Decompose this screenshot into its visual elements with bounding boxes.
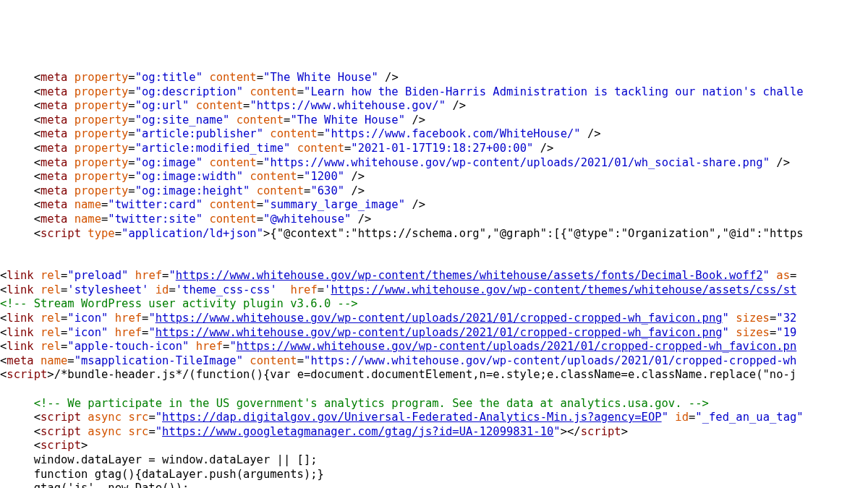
blank-line [0,255,7,268]
blank-line [0,382,7,395]
code-line: <link rel="icon" href="https://www.white… [0,312,796,325]
code-line: <meta property="og:description" content=… [0,85,804,98]
code-line: <meta property="og:image:width" content=… [0,170,365,183]
code-line: <meta name="msapplication-TileImage" con… [0,354,796,367]
code-line: <meta property="og:image:height" content… [0,184,365,197]
url-link[interactable]: https://dap.digitalgov.gov/Universal-Fed… [162,411,662,424]
code-line: <script>/*bundle-header.js*/(function(){… [0,368,796,381]
code-line: <meta name="twitter:card" content="summa… [0,198,425,211]
url-link[interactable]: https://www.whitehouse.gov/wp-content/up… [156,312,723,325]
code-line: <meta property="og:url" content="https:/… [0,99,466,112]
url-link[interactable]: https://www.whitehouse.gov/wp-content/th… [176,269,763,282]
code-line: <meta property="article:publisher" conte… [0,127,601,140]
code-line: <meta property="article:modified_time" c… [0,142,553,155]
code-line: <meta name="twitter:site" content="@whit… [0,213,371,226]
url-link[interactable]: https://www.whitehouse.gov/wp-content/up… [156,326,723,339]
code-line: <script type="application/ld+json">{"@co… [0,227,804,240]
code-line: window.dataLayer = window.dataLayer || [… [0,453,318,466]
code-line: <script> [0,439,88,452]
code-line: <link rel="apple-touch-icon" href="https… [0,340,796,353]
blank-line [0,241,7,254]
code-line: <!-- Stream WordPress user activity plug… [0,297,358,310]
code-line: <meta property="og:image" content="https… [0,156,790,169]
code-line: <script async src="https://www.googletag… [0,425,628,438]
code-line: <meta property="og:site_name" content="T… [0,114,425,127]
source-code-view: <meta property="og:title" content="The W… [0,56,868,488]
code-line: <meta property="og:title" content="The W… [0,71,399,84]
url-link[interactable]: https://www.whitehouse.gov/wp-content/up… [237,340,797,353]
code-line: <link rel="icon" href="https://www.white… [0,326,796,339]
code-line: function gtag(){dataLayer.push(arguments… [0,468,324,481]
code-line: <link rel='stylesheet' id='theme_css-css… [0,283,796,296]
code-line: gtag('js', new Date()); [0,481,189,488]
code-line: <script async src="https://dap.digitalgo… [0,411,804,424]
url-link[interactable]: https://www.googletagmanager.com/gtag/js… [162,425,553,438]
url-link[interactable]: https://www.whitehouse.gov/wp-content/th… [331,283,796,296]
code-line: <!-- We participate in the US government… [0,397,709,410]
code-line: <link rel="preload" href="https://www.wh… [0,269,796,282]
